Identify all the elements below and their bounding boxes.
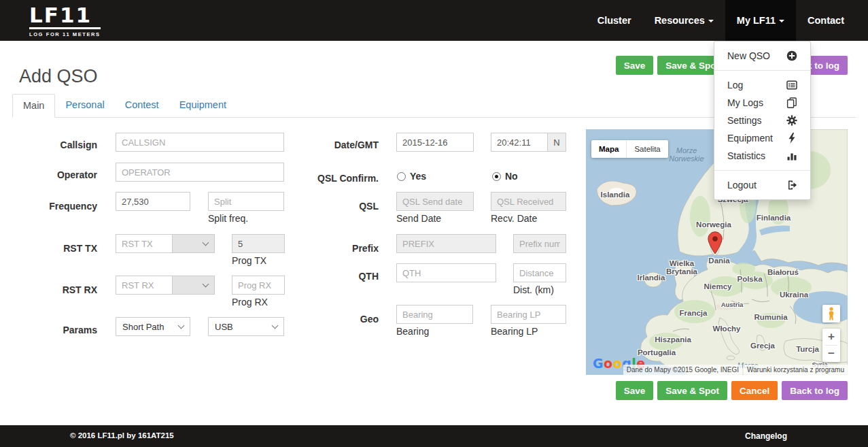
- callsign-input[interactable]: [116, 133, 284, 152]
- params-label: Params: [12, 321, 97, 339]
- logo-subtitle: LOG FOR 11 METERS: [29, 31, 101, 37]
- menu-item-equipment[interactable]: Equipment: [714, 129, 810, 147]
- send-date-caption: Send Date: [396, 213, 441, 224]
- prefix-number-input[interactable]: [513, 234, 566, 253]
- google-logo-letter: o: [604, 356, 613, 371]
- nav-item-contact[interactable]: Contact: [796, 0, 856, 41]
- menu-item-my-logs-label: My Logs: [727, 97, 763, 108]
- zoom-out-button[interactable]: −: [822, 346, 840, 362]
- nav-item-my-lf11[interactable]: My LF11: [725, 0, 796, 41]
- page-title: Add QSO: [19, 66, 98, 87]
- gear-icon: [786, 115, 797, 126]
- qsl-confirm-yes-radio[interactable]: Yes: [397, 171, 426, 182]
- nav-item-resources[interactable]: Resources: [643, 0, 725, 41]
- tab-equipment[interactable]: Equipment: [169, 94, 237, 118]
- qsl-send-date-input[interactable]: [396, 192, 474, 211]
- date-input[interactable]: [396, 133, 474, 152]
- map-terms-link[interactable]: Warunki korzystania z programu: [744, 365, 848, 375]
- tab-main[interactable]: Main: [12, 94, 55, 118]
- nav-item-resources-label: Resources: [655, 15, 705, 26]
- menu-item-logout-label: Logout: [727, 180, 757, 191]
- bolt-icon: [786, 133, 797, 144]
- menu-item-logout[interactable]: Logout: [714, 176, 810, 194]
- chevron-down-icon: [178, 322, 185, 329]
- rst-tx-input[interactable]: [116, 234, 173, 253]
- cancel-button[interactable]: Cancel: [731, 381, 778, 400]
- menu-item-new-qso[interactable]: New QSO: [714, 47, 810, 65]
- menu-item-settings-label: Settings: [727, 115, 762, 126]
- footer-copyright: © 2016 LF11.pl by 161AT215: [70, 431, 174, 440]
- qsl-confirm-no-radio[interactable]: No: [492, 171, 518, 182]
- menu-item-log[interactable]: Log: [714, 76, 810, 94]
- menu-item-equipment-label: Equipment: [727, 133, 773, 144]
- frequency-input[interactable]: [116, 192, 190, 211]
- map-marker-icon[interactable]: [708, 231, 723, 254]
- google-logo-letter: G: [593, 356, 604, 371]
- footer: © 2016 LF11.pl by 161AT215 Changelog: [0, 425, 868, 447]
- back-to-log-button[interactable]: Back to log: [782, 381, 848, 400]
- rst-tx-select[interactable]: [173, 234, 215, 253]
- time-now-addon[interactable]: N: [548, 133, 566, 152]
- nav-item-cluster[interactable]: Cluster: [586, 0, 643, 41]
- nav-item-cluster-label: Cluster: [597, 15, 631, 26]
- tab-contest[interactable]: Contest: [115, 94, 169, 118]
- operator-label: Operator: [12, 166, 97, 184]
- map-zoom-control: + −: [822, 329, 840, 362]
- rst-rx-select[interactable]: [173, 276, 215, 295]
- prog-tx-input[interactable]: [232, 234, 285, 253]
- bottom-action-bar: Save Save & Spot Cancel Back to log: [616, 381, 848, 400]
- menu-item-settings[interactable]: Settings: [714, 112, 810, 129]
- logo-divider: [29, 27, 101, 29]
- bearing-input[interactable]: [396, 305, 473, 324]
- operator-input[interactable]: [116, 163, 284, 182]
- map-type-map-button[interactable]: Mapa: [591, 140, 626, 158]
- menu-item-log-label: Log: [727, 80, 743, 90]
- radio-unchecked-icon: [397, 172, 406, 181]
- sign-out-icon: [786, 180, 797, 191]
- split-frequency-input[interactable]: [208, 192, 284, 211]
- mode-select[interactable]: USB: [208, 317, 284, 336]
- save-and-spot-button[interactable]: Save & Spot: [657, 381, 727, 400]
- map-type-satellite-button[interactable]: Satelita: [626, 140, 667, 158]
- prefix-input[interactable]: [396, 234, 496, 253]
- prog-tx-caption: Prog TX: [232, 255, 266, 266]
- tab-personal[interactable]: Personal: [55, 94, 114, 118]
- distance-input[interactable]: [513, 263, 566, 282]
- logo-title: LF11: [29, 5, 101, 26]
- menu-item-new-qso-label: New QSO: [727, 50, 770, 61]
- menu-item-my-logs[interactable]: My Logs: [714, 94, 810, 112]
- bearing-lp-input[interactable]: [491, 305, 566, 324]
- frequency-label: Frequency: [12, 197, 97, 215]
- map-attribution: Dane do Mapy ©2015 Google, INEGI Warunki…: [623, 365, 848, 375]
- path-select[interactable]: Short Path: [116, 317, 190, 336]
- chevron-down-icon: [203, 239, 209, 246]
- rst-rx-label: RST RX: [12, 281, 97, 299]
- plus-circle-icon: [786, 50, 797, 61]
- path-select-value: Short Path: [122, 322, 164, 332]
- zoom-in-button[interactable]: +: [822, 329, 840, 345]
- my-lf11-dropdown-menu: New QSO Log My Logs Settings Equipment S…: [714, 41, 811, 200]
- qsl-confirm-label: QSL Confirm.: [294, 169, 379, 187]
- geo-label: Geo: [294, 310, 379, 328]
- mode-select-value: USB: [215, 322, 233, 332]
- menu-item-statistics-label: Statistics: [727, 150, 765, 161]
- qth-input[interactable]: [396, 263, 496, 282]
- navbar: LF11 LOG FOR 11 METERS Cluster Resources…: [0, 0, 868, 41]
- street-view-pegman[interactable]: [822, 305, 840, 322]
- prog-rx-input[interactable]: [232, 276, 285, 295]
- nav-item-contact-label: Contact: [808, 15, 844, 26]
- rst-rx-input[interactable]: [116, 276, 173, 295]
- footer-changelog-link[interactable]: Changelog: [745, 431, 787, 441]
- qsl-received-input[interactable]: [491, 192, 566, 211]
- qsl-label: QSL: [294, 197, 379, 215]
- menu-item-statistics[interactable]: Statistics: [714, 147, 810, 165]
- menu-divider: [714, 70, 810, 71]
- qsl-confirm-yes-label: Yes: [410, 171, 426, 182]
- qsl-confirm-no-label: No: [505, 171, 518, 182]
- time-input[interactable]: [491, 133, 548, 152]
- app-logo[interactable]: LF11 LOG FOR 11 METERS: [29, 5, 101, 37]
- save-button[interactable]: Save: [616, 56, 654, 75]
- files-icon: [786, 97, 797, 108]
- save-button[interactable]: Save: [616, 381, 654, 400]
- list-alt-icon: [786, 80, 797, 90]
